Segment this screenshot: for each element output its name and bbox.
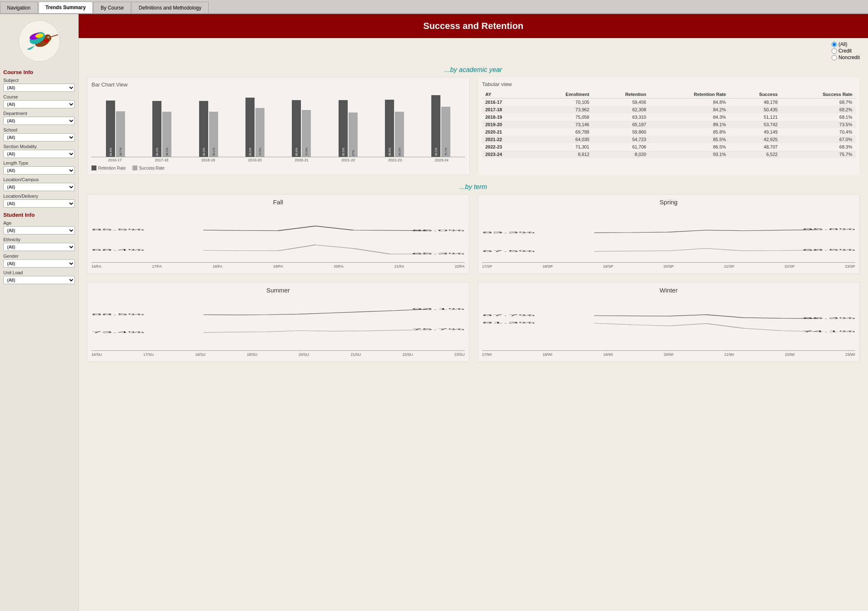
x-label-19/SP: 19/SP bbox=[603, 264, 613, 268]
fall-x-labels: 16/FA17/FA18/FA19/FA20/FA21/FA22/FA bbox=[91, 264, 465, 269]
student-filter-select-ethnicity[interactable]: (All) bbox=[3, 243, 75, 251]
term-section: Fall 85.5%85.0%68.4%65.3% 16/FA17/FA18/F… bbox=[87, 194, 860, 362]
radio-all[interactable] bbox=[832, 42, 837, 47]
academic-year-title: ...by academic year bbox=[87, 66, 860, 74]
cell-retention-2022-23: 61,706 bbox=[593, 143, 649, 151]
course-filters: Subject(All)Course(All)Department(All)Sc… bbox=[3, 78, 75, 208]
cell-retention_rate-2017-18: 84.2% bbox=[649, 106, 729, 113]
success-bar-label-2021-22: 67% bbox=[351, 150, 354, 156]
student-filter-select-unit load[interactable]: (All) bbox=[3, 276, 75, 284]
tab-navigation[interactable]: Navigation bbox=[0, 2, 38, 13]
cell-retention_rate-2020-21: 85.8% bbox=[649, 128, 729, 136]
retention-legend-label: Retention Rate bbox=[98, 166, 126, 170]
filter-select-school[interactable]: (All) bbox=[3, 133, 75, 141]
cell-success-2023-24: 6,522 bbox=[729, 151, 781, 158]
svg-text:73.4%: 73.4% bbox=[91, 331, 144, 333]
table-row-2022-23: 2022-2371,30161,70686.5%48,70768.3% bbox=[482, 143, 856, 151]
fall-title: Fall bbox=[91, 199, 465, 206]
x-label-21/FA: 21/FA bbox=[394, 264, 404, 268]
student-filter-label-unit load: Unit Load bbox=[3, 270, 75, 275]
svg-text:88.5%: 88.5% bbox=[91, 313, 144, 316]
radio-credit[interactable] bbox=[832, 48, 837, 54]
success-bar-label-2019-20: 73.5% bbox=[259, 148, 262, 156]
filter-label-subject: Subject bbox=[3, 78, 75, 83]
tab-bar: Navigation Trends Summary By Course Defi… bbox=[0, 0, 868, 14]
svg-text:65.3%: 65.3% bbox=[412, 252, 465, 255]
filter-label-location/delivery: Location/Delivery bbox=[3, 194, 75, 199]
bar-group-2022-23: 86.5%68.3% bbox=[372, 100, 417, 157]
x-label-20/WI: 20/WI bbox=[664, 352, 673, 357]
table-row-2020-21: 2020-2169,78859,86085.8%49,14970.4% bbox=[482, 128, 856, 136]
scrollable-content[interactable]: (All) Credit Noncredit ...by academic ye… bbox=[79, 38, 868, 611]
retention-bar-2022-23: 86.5% bbox=[385, 100, 394, 157]
col-header-retention-rate: Retention Rate bbox=[649, 91, 729, 98]
cell-ay-2019-20: 2019-20 bbox=[482, 121, 530, 128]
radio-noncredit[interactable] bbox=[832, 55, 837, 60]
filter-all-label: (All) bbox=[839, 41, 847, 47]
filter-select-length-type[interactable]: (All) bbox=[3, 166, 75, 175]
bar-chart-container: Bar Chart View 84.8%68.7%84.2%68.2%84.3%… bbox=[87, 77, 470, 175]
table-row-2016-17: 2016-1770,10559,45684.8%48,17868.7% bbox=[482, 98, 856, 106]
student-filter-select-age[interactable]: (All) bbox=[3, 226, 75, 235]
filter-credit-label: Credit bbox=[839, 48, 852, 54]
cell-enrollment-2018-19: 75,058 bbox=[530, 113, 593, 121]
cell-retention-2016-17: 59,456 bbox=[593, 98, 649, 106]
fall-chart: Fall 85.5%85.0%68.4%65.3% 16/FA17/FA18/F… bbox=[87, 194, 469, 274]
table-row-2023-24: 2023-248,6128,02093.1%6,52275.7% bbox=[482, 151, 856, 158]
x-label-22/FA: 22/FA bbox=[455, 264, 465, 268]
success-bar-label-2020-21: 70.4% bbox=[305, 148, 308, 156]
section-container: ...by academic year Bar Chart View 84.8%… bbox=[79, 66, 868, 379]
student-filter-select-gender[interactable]: (All) bbox=[3, 259, 75, 268]
tab-by-course[interactable]: By Course bbox=[94, 2, 131, 13]
bar-year-label-2017-18: 2017-18 bbox=[138, 158, 185, 162]
svg-text:85.3%: 85.3% bbox=[802, 317, 855, 319]
col-header-enrollment: Enrollment bbox=[530, 91, 593, 98]
main-layout: Course Info Subject(All)Course(All)Depar… bbox=[0, 14, 868, 611]
student-filters: Age(All)Ethnicity(All)Gender(All)Unit Lo… bbox=[3, 220, 75, 284]
cell-retention_rate-2021-22: 85.5% bbox=[649, 136, 729, 143]
filter-select-department[interactable]: (All) bbox=[3, 117, 75, 125]
fall-line-chart: 85.5%85.0%68.4%65.3% bbox=[91, 209, 465, 263]
filter-select-location/delivery[interactable]: (All) bbox=[3, 199, 75, 208]
x-label-23/WI: 23/WI bbox=[845, 352, 855, 357]
filter-select-course[interactable]: (All) bbox=[3, 100, 75, 108]
spring-chart-svg: 83.3%85.8%67.5%68.5% bbox=[482, 209, 856, 262]
retention-bar-label-2019-20: 89.1% bbox=[249, 148, 252, 156]
ay-section: Bar Chart View 84.8%68.7%84.2%68.2%84.3%… bbox=[87, 77, 860, 175]
col-header-success: Success bbox=[729, 91, 781, 98]
filter-select-section-modality[interactable]: (All) bbox=[3, 150, 75, 158]
success-bar-2019-20: 73.5% bbox=[255, 108, 264, 157]
success-bar-label-2017-18: 68.2% bbox=[166, 148, 168, 156]
cell-success_rate-2021-22: 67.0% bbox=[781, 136, 856, 143]
cell-success-2022-23: 48,707 bbox=[729, 143, 781, 151]
filter-all[interactable]: (All) bbox=[832, 41, 860, 47]
cell-ay-2023-24: 2023-24 bbox=[482, 151, 530, 158]
cell-ay-2016-17: 2016-17 bbox=[482, 98, 530, 106]
x-label-22/SU: 22/SU bbox=[402, 352, 413, 357]
x-label-17/SP: 17/SP bbox=[482, 264, 493, 268]
cell-retention_rate-2019-20: 89.1% bbox=[649, 121, 729, 128]
data-table: AYEnrollmentRetentionRetention RateSucce… bbox=[482, 91, 856, 158]
success-bar-2023-24: 75.7% bbox=[441, 107, 450, 157]
winter-line-chart: 87.7%85.3%81.3%74.1% bbox=[482, 297, 856, 351]
x-label-20/FA: 20/FA bbox=[334, 264, 344, 268]
success-bar-2018-19: 68.1% bbox=[209, 112, 218, 157]
svg-text:68.4%: 68.4% bbox=[91, 249, 144, 252]
bar-group-2019-20: 89.1%73.5% bbox=[233, 98, 277, 157]
tab-trends-summary[interactable]: Trends Summary bbox=[38, 2, 93, 13]
x-label-21/SU: 21/SU bbox=[351, 352, 361, 357]
summer-chart-svg: 88.5%93.1%73.4%75.7% bbox=[91, 297, 465, 350]
summer-x-labels: 16/SU17/SU18/SU19/SU20/SU21/SU22/SU23/SU bbox=[91, 352, 465, 357]
bar-group-2016-17: 84.8%68.7% bbox=[93, 101, 138, 157]
filter-select-subject[interactable]: (All) bbox=[3, 84, 75, 92]
svg-point-8 bbox=[48, 37, 49, 38]
filter-label-section-modality: Section Modality bbox=[3, 144, 75, 149]
tab-definitions[interactable]: Definitions and Methodology bbox=[132, 2, 208, 13]
filter-select-location/campus[interactable]: (All) bbox=[3, 183, 75, 191]
col-header-ay: AY bbox=[482, 91, 530, 98]
filter-credit[interactable]: Credit bbox=[832, 48, 860, 54]
svg-text:93.1%: 93.1% bbox=[412, 308, 465, 310]
x-label-23/SU: 23/SU bbox=[454, 352, 464, 357]
filter-noncredit[interactable]: Noncredit bbox=[832, 55, 860, 60]
col-header-retention: Retention bbox=[593, 91, 649, 98]
